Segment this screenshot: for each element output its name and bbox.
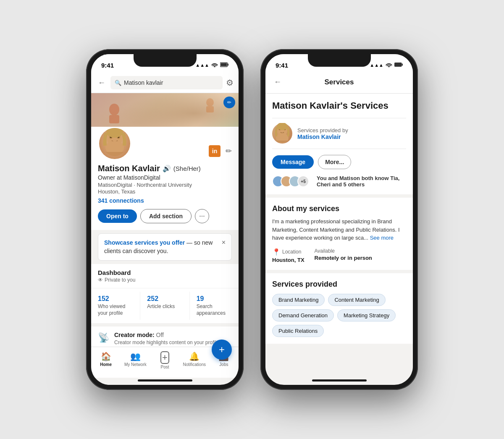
provider-info: Services provided by Matison Kavlair: [297, 127, 348, 140]
name-text: Matison Kavlair: [98, 164, 160, 173]
back-button-2[interactable]: ←: [272, 76, 283, 88]
stat-item-articles[interactable]: 252 Article clicks: [140, 292, 189, 320]
provider-name[interactable]: Matison Kavlair: [297, 133, 348, 140]
service-tag-demand-generation[interactable]: Demand Generation: [272, 309, 334, 321]
about-section-title: About my services: [272, 204, 406, 213]
svg-point-5: [206, 98, 214, 107]
svg-rect-2: [228, 63, 229, 65]
profile-title: Owner at MatisonDigital: [98, 174, 232, 181]
connections-link[interactable]: 341 connections: [98, 197, 232, 204]
stat-number-views: 152: [98, 295, 133, 303]
services-main-title: Matison Kavlair's Services: [272, 100, 406, 111]
signal-icon: ▲▲▲: [195, 63, 209, 68]
stat-label-articles: Article clicks: [147, 303, 182, 310]
avatar-action-icons: in ✏: [209, 145, 232, 160]
avatar-inner: [99, 128, 130, 159]
battery-icon: [220, 62, 228, 68]
svg-rect-14: [394, 63, 402, 67]
home-indicator-2: [312, 379, 367, 382]
provider-label: Services provided by: [297, 127, 348, 133]
add-section-button[interactable]: Add section: [140, 209, 192, 223]
search-bar-area: ← 🔍 Matison kavlair ⚙: [91, 73, 239, 93]
see-more-link[interactable]: See more: [370, 235, 394, 241]
back-button-1[interactable]: ←: [96, 77, 107, 89]
more-button-2[interactable]: More...: [318, 155, 351, 169]
dashboard-header: Dashboard 👁 Private to you: [91, 264, 239, 285]
search-input-1[interactable]: 🔍 Matison kavlair: [110, 76, 223, 89]
battery-icon-2: [394, 62, 403, 68]
status-time-1: 9:41: [101, 62, 114, 69]
wifi-icon: [211, 62, 218, 68]
service-tag-marketing-strategy[interactable]: Marketing Strategy: [337, 309, 396, 321]
available-value: Remotely or in person: [315, 255, 372, 261]
availability-item: Available Remotely or in person: [315, 248, 372, 263]
svg-rect-1: [220, 63, 227, 66]
nav-item-home[interactable]: 🏠 Home: [91, 350, 121, 371]
eye-icon: 👁: [98, 277, 103, 283]
mutual-connections-text: You and Matison both know Tia, Cheri and…: [317, 175, 406, 188]
stat-label-search: Search appearances: [197, 303, 232, 316]
more-button[interactable]: ···: [195, 209, 209, 223]
status-icons-1: ▲▲▲: [195, 62, 228, 68]
nav-label-jobs: Jobs: [219, 362, 228, 367]
network-icon: 👥: [130, 351, 141, 361]
profile-avatar: [98, 127, 131, 160]
provider-row: Services provided by Matison Kavlair: [272, 118, 406, 149]
profile-section: in ✏ Matison Kavlair 🔊 (She/Her) Owner a…: [91, 127, 239, 230]
stat-item-views[interactable]: 152 Who viewed your profile: [91, 292, 140, 320]
nav-label-notifications: Notifications: [183, 362, 205, 367]
pronouns-text: (She/Her): [173, 165, 201, 172]
location-availability: 📍 Location Houston, TX Available Remotel…: [272, 248, 406, 263]
nav-label-home: Home: [100, 362, 112, 367]
open-to-button[interactable]: Open to: [98, 209, 137, 223]
nav-label-post: Post: [161, 365, 169, 369]
profile-name: Matison Kavlair 🔊 (She/Her): [98, 164, 232, 173]
status-icons-2: ▲▲▲: [370, 62, 403, 68]
edit-profile-icon[interactable]: ✏: [226, 146, 232, 156]
status-time-2: 9:41: [276, 62, 288, 69]
stat-label-views: Who viewed your profile: [98, 303, 133, 316]
phone-2-screen: 9:41 ▲▲▲ ← Services Matison Kavlair's Se…: [265, 54, 413, 385]
service-tag-public-relations[interactable]: Public Relations: [272, 325, 324, 337]
gear-icon-1[interactable]: ⚙: [226, 78, 234, 88]
more-icon: ···: [199, 212, 205, 220]
mutual-plus-count: +5: [297, 175, 309, 187]
action-buttons: Open to Add section ···: [98, 209, 232, 223]
pronounce-icon[interactable]: 🔊: [163, 165, 171, 172]
available-label: Available: [315, 248, 372, 254]
services-header: ← Services: [265, 73, 413, 94]
showcase-close-button[interactable]: ×: [222, 239, 226, 246]
nav-item-notifications[interactable]: 🔔 Notifications: [180, 350, 209, 371]
notifications-icon: 🔔: [189, 351, 200, 361]
phone-1-screen: 9:41 ▲▲▲ ← 🔍 Matison kavlair ⚙: [91, 54, 239, 385]
service-tags-container: Brand Marketing Content Marketing Demand…: [272, 294, 406, 337]
showcase-banner: Showcase services you offer — so new cli…: [98, 233, 232, 261]
about-text: I'm a marketing professional specializin…: [272, 217, 406, 242]
creator-mode-label: Creator mode:: [114, 332, 155, 338]
profile-company: MatisonDigital · Northcentral University: [98, 182, 232, 188]
dashboard-stats: 152 Who viewed your profile 252 Article …: [91, 288, 239, 323]
nav-item-post[interactable]: + Post: [150, 350, 179, 371]
phone-1: 9:41 ▲▲▲ ← 🔍 Matison kavlair ⚙: [86, 49, 244, 390]
creator-mode-title: Creator mode: Off: [114, 332, 232, 338]
search-text-1: Matison kavlair: [124, 79, 163, 86]
service-tag-content-marketing[interactable]: Content Marketing: [328, 294, 385, 306]
nav-item-network[interactable]: 👥 My Network: [121, 350, 150, 371]
phone-2: 9:41 ▲▲▲ ← Services Matison Kavlair's Se…: [260, 49, 418, 390]
message-button[interactable]: Message: [272, 155, 314, 169]
service-tag-brand-marketing[interactable]: Brand Marketing: [272, 294, 325, 306]
home-indicator-1: [138, 379, 192, 382]
services-provided-section: Services provided Brand Marketing Conten…: [265, 273, 413, 344]
stat-number-search: 19: [197, 295, 232, 303]
location-label: Location: [282, 249, 301, 255]
fab-button[interactable]: +: [212, 340, 232, 360]
home-icon: 🏠: [101, 351, 111, 361]
edit-cover-button[interactable]: ✏: [223, 97, 235, 108]
services-content: Matison Kavlair's Services: [265, 94, 413, 378]
creator-mode-icon: 📡: [98, 332, 109, 343]
showcase-link[interactable]: Showcase services you offer: [104, 239, 185, 246]
stat-item-search[interactable]: 19 Search appearances: [189, 292, 239, 320]
mutual-connections-row: +5 You and Matison both know Tia, Cheri …: [272, 175, 406, 188]
svg-rect-4: [109, 115, 119, 123]
signal-icon-2: ▲▲▲: [370, 63, 383, 68]
